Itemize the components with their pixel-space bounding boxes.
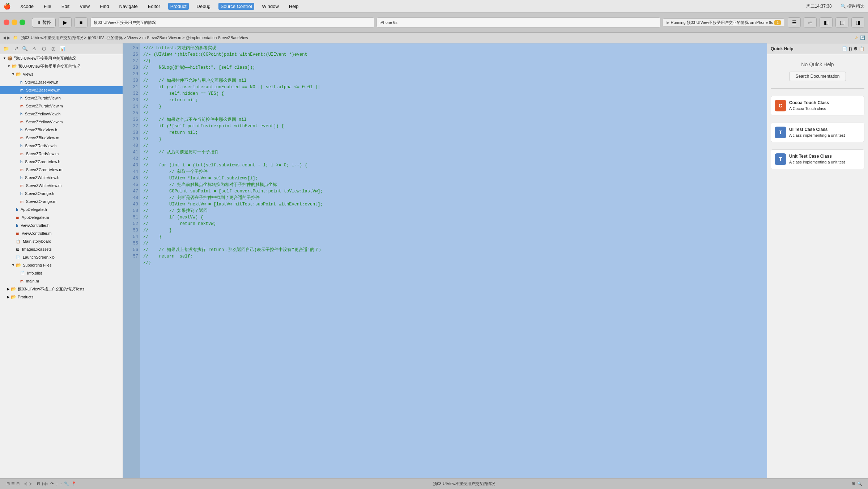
sidebar-item-steveZOrange-m[interactable]: ▼ m SteveZOrange.m bbox=[0, 197, 123, 205]
report-icon-btn[interactable]: 📊 bbox=[59, 45, 67, 53]
apple-logo-icon[interactable]: 🍎 bbox=[4, 3, 11, 10]
menu-view[interactable]: View bbox=[77, 3, 92, 10]
status-continue-icon[interactable]: ▷▷ bbox=[42, 481, 48, 486]
sidebar-item-steveZGreenView-m[interactable]: ▼ m SteveZGreenView.m bbox=[0, 166, 123, 174]
search-documentation-button[interactable]: Search Documentation bbox=[789, 72, 846, 81]
sidebar-item-steveZYellowView-m[interactable]: ▼ m SteveZYellowView.m bbox=[0, 118, 123, 126]
sidebar-item-main-m[interactable]: ▼ m main.m bbox=[0, 277, 123, 285]
panel-icon4[interactable]: 📋 bbox=[859, 46, 864, 51]
sidebar-item-steveZOrange-h[interactable]: ▼ h SteveZOrange.h bbox=[0, 190, 123, 197]
nav-back-button[interactable]: ◀ bbox=[3, 35, 6, 40]
sidebar-item-steveZYellowView-h[interactable]: ▼ h SteveZYellowView.h bbox=[0, 110, 123, 118]
menu-help[interactable]: Help bbox=[287, 3, 301, 10]
sidebar-item-steveZRedView-h[interactable]: ▼ h SteveZRedView.h bbox=[0, 142, 123, 150]
menu-find[interactable]: Find bbox=[98, 3, 111, 10]
sidebar-item-steveZBlueView-m[interactable]: ▼ m SteveZBlueView.m bbox=[0, 134, 123, 142]
file-label22: LaunchScreen.xib bbox=[23, 255, 55, 259]
status-grid-view-icon[interactable]: ⊞ bbox=[852, 481, 855, 486]
menu-source-control[interactable]: Source Control bbox=[218, 3, 254, 10]
sidebar-item-steveZRedView-m[interactable]: ▼ m SteveZRedView.m bbox=[0, 150, 123, 158]
test-icon-btn[interactable]: ◎ bbox=[49, 45, 57, 53]
plist-icon: 📄 bbox=[20, 271, 25, 275]
device-selector[interactable]: iPhone 6s bbox=[376, 17, 660, 27]
status-stepout-icon[interactable]: ↑ bbox=[60, 482, 62, 486]
panel-icon3[interactable]: ⚙ bbox=[854, 46, 858, 51]
sidebar-item-steveZBaseView-h[interactable]: ▼ h SteveZBaseView.h bbox=[0, 78, 123, 86]
stop-square-button[interactable]: ■ bbox=[75, 17, 88, 27]
sidebar-item-steveZWhiteView-h[interactable]: ▼ h SteveZWhiteView.h bbox=[0, 174, 123, 182]
debug-button[interactable]: ◫ bbox=[835, 17, 848, 27]
sidebar-item-launchscreen-xib[interactable]: ▼ 📄 LaunchScreen.xib bbox=[0, 253, 123, 261]
sidebar-item-appDelegate-m[interactable]: ▼ m AppDelegate.m bbox=[0, 213, 123, 221]
status-back-icon[interactable]: ◁ bbox=[24, 481, 27, 486]
status-forward-icon[interactable]: ▷ bbox=[29, 481, 32, 486]
breakpoint-icon-btn[interactable]: ⬡ bbox=[40, 45, 48, 53]
minimize-button[interactable] bbox=[12, 20, 17, 25]
sidebar-item-steveZGreenView-h[interactable]: ▼ h SteveZGreenView.h bbox=[0, 158, 123, 166]
sidebar-item-main-storyboard[interactable]: ▼ 📋 Main.storyboard bbox=[0, 237, 123, 245]
status-hierarchy-icon[interactable]: ⊟ bbox=[16, 481, 20, 486]
maximize-button[interactable] bbox=[20, 20, 25, 25]
editor-area[interactable]: 25 26 27 28 29 30 31 32 33 34 35 36 37 3… bbox=[123, 43, 767, 478]
close-button[interactable] bbox=[4, 20, 9, 25]
panel-icon1[interactable]: 📄 bbox=[842, 46, 847, 51]
sidebar-item-supporting-files[interactable]: ▼ 📂 Supporting Files bbox=[0, 261, 123, 269]
sidebar-item-steveZBlueView-h[interactable]: ▼ h SteveZBlueView.h bbox=[0, 126, 123, 134]
warning-icon[interactable]: ⚠ bbox=[855, 35, 859, 40]
scheme-selector[interactable]: 预03-UIView不接受用户交互的情况 bbox=[90, 17, 374, 27]
panel-icon2[interactable]: {} bbox=[849, 46, 852, 51]
sidebar-item-steveZWhiteView-m[interactable]: ▼ m SteveZWhiteView.m bbox=[0, 182, 123, 190]
run-button[interactable]: ▶ bbox=[59, 17, 72, 27]
status-sim-icon[interactable]: 📍 bbox=[71, 481, 76, 486]
status-zoom-icon[interactable]: 🔍 bbox=[857, 481, 862, 486]
search-spotlight[interactable]: 🔍 搜狗精选 bbox=[841, 3, 864, 9]
stop-button[interactable]: ⏸ 暂停 bbox=[32, 18, 56, 27]
uitest-doc-item[interactable]: T UI Test Case Class A class implementin… bbox=[771, 123, 864, 142]
sidebar-item-viewController-h[interactable]: ▼ h ViewController.h bbox=[0, 221, 123, 229]
sidebar-item-tests-group[interactable]: ▶ 📂 预03-UIView不接...户交互的情况Tests bbox=[0, 285, 123, 293]
sidebar-item-steveZPurpleView-m[interactable]: ▼ m SteveZPurpleView.m bbox=[0, 102, 123, 110]
menu-xcode[interactable]: Xcode bbox=[18, 3, 36, 10]
menu-window[interactable]: Window bbox=[260, 3, 281, 10]
file-label25: main.m bbox=[26, 279, 39, 283]
sidebar-item-info-plist[interactable]: ▼ 📄 Info.plist bbox=[0, 269, 123, 277]
menu-product[interactable]: Product bbox=[168, 3, 189, 10]
editor-assistant-button[interactable]: ⇌ bbox=[804, 17, 817, 27]
sidebar-item-products[interactable]: ▶ 📂 Products bbox=[0, 293, 123, 301]
sidebar-item-steveZBaseView-m[interactable]: ▼ m SteveZBaseView.m bbox=[0, 86, 123, 94]
sidebar-item-viewController-m[interactable]: ▼ m ViewController.m bbox=[0, 229, 123, 237]
menu-editor[interactable]: Editor bbox=[146, 3, 162, 10]
group-folder-icon: 📂 bbox=[12, 64, 17, 69]
sidebar-item-project-root[interactable]: ▼ 📦 预03-UIView不接受用户交互的情况 bbox=[0, 54, 123, 62]
cocoa-touch-doc-item[interactable]: C Cocoa Touch Class A Cocoa Touch class bbox=[771, 96, 864, 115]
sidebar-item-appDelegate-h[interactable]: ▼ h AppDelegate.h bbox=[0, 205, 123, 213]
menu-file[interactable]: File bbox=[42, 3, 54, 10]
refresh-icon[interactable]: 🔄 bbox=[860, 35, 865, 40]
status-grid-icon[interactable]: ⊞ bbox=[7, 481, 10, 486]
utility-button[interactable]: ◨ bbox=[851, 17, 864, 27]
status-stepover-icon[interactable]: ↷ bbox=[50, 481, 54, 486]
warning-icon-btn[interactable]: ⚠ bbox=[30, 45, 38, 53]
code-editor[interactable]: //// hitTest:方法内部的参考实现 //- (UIView *)hit… bbox=[140, 43, 767, 478]
sidebar-item-images-xcassets[interactable]: ▼ 🖼 Images.xcassets bbox=[0, 245, 123, 253]
sidebar-item-views-group[interactable]: ▼ 📂 Views bbox=[0, 70, 123, 78]
menu-navigate[interactable]: Navigate bbox=[117, 3, 140, 10]
unittest-doc-item[interactable]: T Unit Test Case Class A class implement… bbox=[771, 149, 864, 169]
nav-forward-button[interactable]: ▶ bbox=[7, 35, 10, 40]
uitest-text: UI Test Case Class A class implementing … bbox=[789, 127, 845, 138]
status-breakpoint-icon[interactable]: ⊡ bbox=[37, 481, 40, 486]
sidebar-item-steveZPurpleView-h[interactable]: ▼ h SteveZPurpleView.h bbox=[0, 94, 123, 102]
sidebar-item-app-group[interactable]: ▼ 📂 预03-UIView不接受用户交互的情况 bbox=[0, 62, 123, 70]
search-icon-btn[interactable]: 🔍 bbox=[21, 45, 29, 53]
navigator-button[interactable]: ◧ bbox=[820, 17, 833, 27]
status-list-icon[interactable]: ☰ bbox=[11, 481, 15, 486]
file-label10: SteveZGreenView.h bbox=[25, 160, 60, 164]
menu-edit[interactable]: Edit bbox=[59, 3, 72, 10]
vcs-icon-btn[interactable]: ⎇ bbox=[12, 45, 20, 53]
status-debug-icon[interactable]: 🔧 bbox=[64, 481, 69, 486]
folder-icon-btn[interactable]: 📁 bbox=[2, 45, 10, 53]
status-stepin-icon[interactable]: ↓ bbox=[56, 482, 58, 486]
editor-standard-button[interactable]: ☰ bbox=[788, 17, 801, 27]
menu-debug[interactable]: Debug bbox=[195, 3, 213, 10]
status-add-btn[interactable]: + bbox=[3, 482, 5, 486]
